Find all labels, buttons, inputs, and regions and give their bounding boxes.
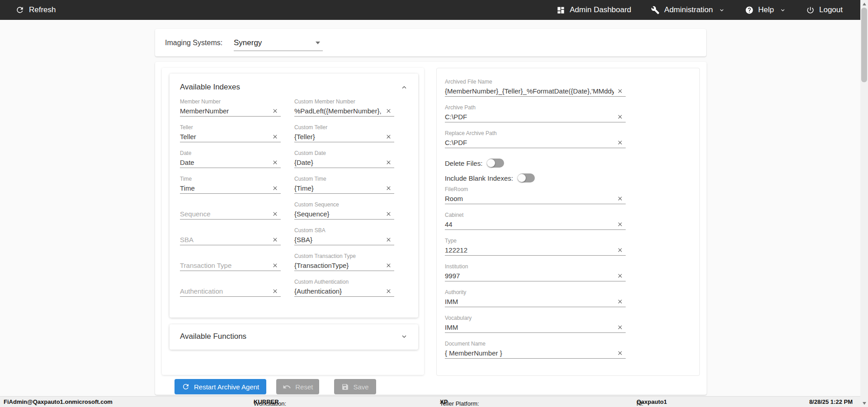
field-input[interactable]: Teller [180,133,269,140]
field-input[interactable]: 9997 [445,272,614,280]
restart-archive-agent-button[interactable]: Restart Archive Agent [175,379,266,394]
scrollbar-down-arrow[interactable] [860,399,868,407]
clear-field-button[interactable] [272,132,281,141]
clear-field-button[interactable] [272,286,281,295]
administration-menu[interactable]: Administration [651,5,725,14]
field-input[interactable]: Sequence [180,210,269,218]
field-input[interactable]: {Authentication} [294,287,382,295]
field-input[interactable]: {TransactionType} [294,262,382,269]
logout-button[interactable]: Logout [806,5,843,14]
field-input-row: 9997 [445,270,626,281]
clear-field-button[interactable] [272,209,281,218]
field-label: Member Number [180,98,281,105]
field-input[interactable]: {Sequence} [294,210,382,218]
clear-field-button[interactable] [617,271,626,280]
fi-status: FI: Qaxpauto1 [637,398,667,405]
field-input-row: Teller [180,131,281,142]
field-input[interactable]: {Date} [294,159,382,166]
field-input[interactable]: 122212 [445,246,614,254]
clear-field-button[interactable] [385,132,394,141]
scrollbar-thumb[interactable] [861,8,867,82]
field-input[interactable]: C:\PDF [445,113,614,121]
chevron-up-icon[interactable] [400,83,408,91]
field-input-row: {MemberNumber}_{Teller}_%FormatDate({Dat… [445,85,626,97]
text-field: Sequence [180,201,281,227]
restart-archive-agent-label: Restart Archive Agent [194,383,259,391]
clear-field-button[interactable] [385,106,394,115]
refresh-button[interactable]: Refresh [15,5,56,14]
clear-field-button[interactable] [272,235,281,244]
clear-field-button[interactable] [617,112,626,121]
clear-field-button[interactable] [385,183,394,192]
field-input[interactable]: IMM [445,323,614,331]
clear-field-button[interactable] [272,183,281,192]
field-input[interactable]: %PadLeft({MemberNumber}, [294,107,382,115]
toggle-label: Delete Files: [445,159,482,167]
clear-field-button[interactable] [617,86,626,95]
field-input[interactable]: MemberNumber [180,107,269,115]
text-field: Cabinet44 [445,211,626,237]
available-indexes-header[interactable]: Available Indexes [170,74,418,92]
field-input[interactable]: {SBA} [294,236,382,243]
toggle-switch[interactable] [487,159,504,168]
field-input[interactable]: {Teller} [294,133,382,140]
field-label: Time [180,175,281,182]
teller-platform-status: Teller Platform: XP [440,398,448,405]
clear-field-button[interactable] [272,158,281,167]
field-input[interactable]: Authentication [180,287,269,295]
chevron-down-icon[interactable] [400,332,408,341]
administration-label: Administration [664,5,713,14]
vertical-scrollbar[interactable] [860,0,868,407]
field-input[interactable]: { MemberNumber } [445,349,614,357]
clear-field-button[interactable] [617,138,626,147]
field-label: FileRoom [445,186,626,193]
clear-field-button[interactable] [617,323,626,332]
clear-icon [272,262,278,269]
help-menu[interactable]: Help [745,5,786,14]
undo-icon [283,383,291,391]
clear-field-button[interactable] [617,220,626,229]
field-input-row: { MemberNumber } [445,347,626,359]
archive-settings-panel: Archived File Name{MemberNumber}_{Teller… [436,68,700,376]
clear-field-button[interactable] [617,194,626,203]
clear-field-button[interactable] [272,106,281,115]
field-label: Teller [180,124,281,131]
available-indexes-title: Available Indexes [180,83,240,92]
field-input[interactable]: Transaction Type [180,262,269,269]
field-input[interactable]: {MemberNumber}_{Teller}_%FormatDate({Dat… [445,87,614,95]
admin-dashboard-button[interactable]: Admin Dashboard [557,5,631,14]
field-input[interactable]: Time [180,184,269,192]
save-button[interactable]: Save [334,379,376,394]
text-field: Custom Date{Date} [294,150,394,175]
field-label: Type [445,237,626,244]
field-input[interactable]: Room [445,195,614,202]
field-input[interactable]: SBA [180,236,269,243]
clear-field-button[interactable] [272,261,281,270]
clear-field-button[interactable] [617,348,626,357]
scrollbar-up-arrow[interactable] [860,0,868,8]
field-label [180,201,281,208]
text-field: Replace Archive PathC:\PDF [445,130,626,155]
available-functions-header[interactable]: Available Functions [170,324,418,341]
clear-field-button[interactable] [617,245,626,254]
field-label [180,253,281,260]
clear-icon [272,108,278,114]
clear-field-button[interactable] [385,158,394,167]
clear-field-button[interactable] [385,261,394,270]
clear-field-button[interactable] [385,286,394,295]
field-input[interactable]: 44 [445,220,614,228]
toggle-label: Include Blank Indexes: [445,174,513,182]
toggle-switch[interactable] [518,173,535,182]
text-field: Type122212 [445,237,626,263]
clear-field-button[interactable] [385,235,394,244]
field-input[interactable]: {Time} [294,184,382,192]
field-input[interactable]: IMM [445,298,614,305]
field-input[interactable]: C:\PDF [445,139,614,146]
imaging-systems-select[interactable]: Synergy [234,35,323,51]
reset-button[interactable]: Reset [276,379,319,394]
field-input-row: C:\PDF [445,111,626,122]
clear-field-button[interactable] [617,297,626,306]
text-field: VocabularyIMM [445,314,626,340]
clear-field-button[interactable] [385,209,394,218]
field-input[interactable]: Date [180,159,269,166]
